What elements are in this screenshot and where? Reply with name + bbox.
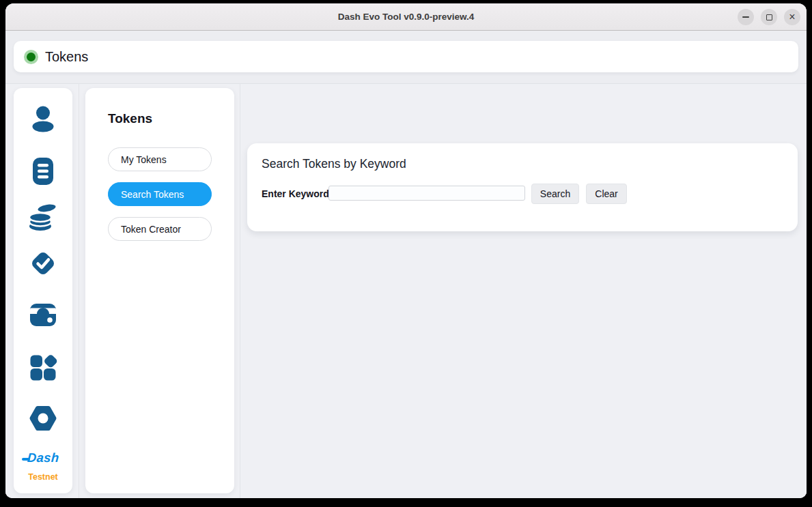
titlebar[interactable]: Dash Evo Tool v0.9.0-preview.4 × <box>5 3 807 31</box>
grid-icon[interactable] <box>27 352 59 383</box>
separator-vertical-1 <box>79 84 79 498</box>
maximize-icon <box>766 14 772 20</box>
card-title: Search Tokens by Keyword <box>262 157 406 171</box>
status-dot-icon <box>24 50 38 64</box>
workspace: Dash Testnet Tokens My Tokens Search Tok… <box>5 83 807 498</box>
window-controls: × <box>738 9 800 25</box>
icon-sidebar: Dash Testnet <box>14 88 72 493</box>
screen-header-bar: Tokens <box>14 41 798 72</box>
window-title: Dash Evo Tool v0.9.0-preview.4 <box>5 3 807 31</box>
checkmark-diamond-icon[interactable] <box>27 248 59 279</box>
clear-button[interactable]: Clear <box>586 184 627 204</box>
panel-title: Tokens <box>108 111 152 126</box>
coins-icon[interactable] <box>27 201 59 233</box>
nav-item-my-tokens[interactable]: My Tokens <box>108 147 212 171</box>
app-content: Tokens <box>5 31 807 498</box>
dash-logo: Dash <box>14 450 72 468</box>
minimize-button[interactable] <box>738 9 754 25</box>
document-icon[interactable] <box>27 156 59 187</box>
separator-vertical-2 <box>240 84 240 498</box>
tokens-nav-panel: Tokens My Tokens Search Tokens Token Cre… <box>85 88 234 493</box>
network-label: Testnet <box>14 472 72 482</box>
nav-item-search-tokens[interactable]: Search Tokens <box>108 182 212 206</box>
nav-item-token-creator[interactable]: Token Creator <box>108 217 212 241</box>
dash-logo-text: Dash <box>27 450 59 465</box>
app-window: Dash Evo Tool v0.9.0-preview.4 × Tokens <box>5 3 807 498</box>
keyword-input[interactable] <box>328 186 525 201</box>
person-icon[interactable] <box>27 104 59 135</box>
wallet-icon[interactable] <box>27 299 59 330</box>
search-button[interactable]: Search <box>531 184 579 204</box>
search-tokens-card: Search Tokens by Keyword Enter Keyword: … <box>247 143 798 231</box>
minimize-icon <box>742 16 749 18</box>
screen-title: Tokens <box>45 49 88 65</box>
close-button[interactable]: × <box>784 9 800 25</box>
hexagon-icon[interactable] <box>27 403 59 434</box>
keyword-label: Enter Keyword: <box>262 188 332 199</box>
maximize-button[interactable] <box>761 9 777 25</box>
close-icon: × <box>789 12 795 23</box>
